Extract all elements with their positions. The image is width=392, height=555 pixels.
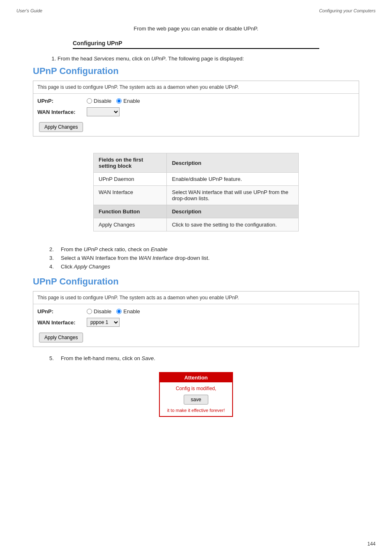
upnp-radio-group-2: Disable Enable <box>87 308 140 314</box>
intro-text: From the web page you can enable or disa… <box>16 25 376 32</box>
upnp-radio-group-1: Disable Enable <box>87 98 140 104</box>
function-section-header: Function Button Description <box>94 205 299 218</box>
enable-label-2: Enable <box>123 308 140 314</box>
enable-radio-label-1[interactable]: Enable <box>116 98 140 104</box>
function-cell-desc-1: Click to save the setting to the configu… <box>167 218 299 231</box>
save-button[interactable]: save <box>184 395 208 405</box>
wan-label-2: WAN Interface: <box>37 319 87 326</box>
apply-changes-button-2[interactable]: Apply Changes <box>39 333 83 342</box>
table-cell-desc-2: Select WAN interface that will use UPnP … <box>167 186 299 205</box>
steps-2-4: 2. From the UPnP check ratio, check on E… <box>49 246 343 270</box>
upnp-config-block-2: This page is used to configure UPnP. The… <box>33 291 359 347</box>
upnp-title-2: UPnP Configuration <box>33 276 359 287</box>
upnp-check-italic: UPnP <box>84 246 98 252</box>
attention-title: Attention <box>160 373 232 382</box>
step-5: 5. From the left-hand menu, click on Sav… <box>49 355 343 361</box>
upnp-description-2: This page is used to configure UPnP. The… <box>33 291 359 304</box>
wan-row-1: WAN Interface: <box>37 107 355 116</box>
apply-changes-button-1[interactable]: Apply Changes <box>39 122 83 132</box>
function-col2-header: Description <box>167 205 299 218</box>
page-number: 144 <box>367 541 376 547</box>
section-heading: Configuring UPnP <box>73 40 319 49</box>
attention-footer: it to make it effective forever! <box>164 408 228 413</box>
upnp-config-block-1: This page is used to configure UPnP. The… <box>33 81 359 136</box>
apply-changes-italic: Apply Changes <box>74 264 110 270</box>
step-list-1: From the head Services menu, click on UP… <box>49 56 376 62</box>
enable-label-1: Enable <box>123 98 140 104</box>
enable-radio-label-2[interactable]: Enable <box>116 308 140 314</box>
upnp-italic: UPnP <box>151 56 165 62</box>
table-row: UPnP Daemon Enable/disable UPnP feature. <box>94 173 299 186</box>
function-cell-field-1: Apply Changes <box>94 218 167 231</box>
table-col2-header: Description <box>167 153 299 173</box>
step-5-num: 5. <box>49 355 58 361</box>
page-header: User's Guide Configuring your Computers <box>16 8 376 13</box>
upnp-label-1: UPnP: <box>37 98 87 104</box>
upnp-row-1: UPnP: Disable Enable <box>37 98 355 104</box>
table-cell-desc-1: Enable/disable UPnP feature. <box>167 173 299 186</box>
step-3-num: 3. <box>49 255 58 261</box>
step-4-num: 4. <box>49 264 58 270</box>
apply-btn-container-1: Apply Changes <box>37 120 355 132</box>
enable-radio-2[interactable] <box>116 309 122 314</box>
step-1-text: From the head Services menu, click on UP… <box>58 56 244 62</box>
table-cell-field-1: UPnP Daemon <box>94 173 167 186</box>
enable-radio-1[interactable] <box>116 98 122 104</box>
enable-italic: Enable <box>151 246 167 252</box>
step-4-text: Click Apply Changes <box>61 264 110 270</box>
upnp-form-1: UPnP: Disable Enable WAN Interface: <box>33 94 359 136</box>
upnp-label-2: UPnP: <box>37 308 87 314</box>
apply-btn-container-2: Apply Changes <box>37 330 355 342</box>
upnp-form-2: UPnP: Disable Enable WAN Interface: pppo… <box>33 304 359 347</box>
step-2-text: From the UPnP check ratio, check on Enab… <box>61 246 167 252</box>
wan-interface-italic: WAN Interface <box>139 255 173 261</box>
step-3: 3. Select a WAN Interface from the WAN I… <box>49 255 343 261</box>
upnp-title-1: UPnP Configuration <box>33 66 359 76</box>
step-3-text: Select a WAN Interface from the WAN Inte… <box>61 255 210 261</box>
table-cell-field-2: WAN Interface <box>94 186 167 205</box>
header-right: Configuring your Computers <box>319 8 376 13</box>
disable-label-2: Disable <box>94 308 111 314</box>
attention-body: Config is modified, <box>164 386 228 391</box>
wan-label-1: WAN Interface: <box>37 109 87 115</box>
function-col1-header: Function Button <box>94 205 167 218</box>
table-row: WAN Interface Select WAN interface that … <box>94 186 299 205</box>
upnp-description-1: This page is used to configure UPnP. The… <box>33 81 359 94</box>
disable-label-1: Disable <box>94 98 111 104</box>
step-1: From the head Services menu, click on UP… <box>58 56 376 62</box>
step-4: 4. Click Apply Changes <box>49 264 343 270</box>
services-italic: Services <box>94 56 114 62</box>
disable-radio-label-2[interactable]: Disable <box>87 308 111 314</box>
wan-select-2[interactable]: pppoe 1 <box>87 318 120 327</box>
table-row: Apply Changes Click to save the setting … <box>94 218 299 231</box>
wan-select-1[interactable] <box>87 107 120 116</box>
disable-radio-1[interactable] <box>87 98 92 104</box>
step-5-text: From the left-hand menu, click on Save. <box>61 355 155 361</box>
upnp-row-2: UPnP: Disable Enable <box>37 308 355 314</box>
table-col1-header: Fields on the first setting block <box>94 153 167 173</box>
header-left: User's Guide <box>16 8 42 13</box>
info-table: Fields on the first setting block Descri… <box>93 153 299 231</box>
wan-row-2: WAN Interface: pppoe 1 <box>37 318 355 327</box>
step-5-container: 5. From the left-hand menu, click on Sav… <box>49 355 343 361</box>
disable-radio-label-1[interactable]: Disable <box>87 98 111 104</box>
step-2-num: 2. <box>49 246 58 252</box>
save-italic: Save <box>142 355 154 361</box>
step-2: 2. From the UPnP check ratio, check on E… <box>49 246 343 252</box>
disable-radio-2[interactable] <box>87 309 92 314</box>
info-table-wrapper: Fields on the first setting block Descri… <box>16 145 376 240</box>
attention-container: Attention Config is modified, save it to… <box>16 368 376 421</box>
attention-box: Attention Config is modified, save it to… <box>159 372 233 417</box>
